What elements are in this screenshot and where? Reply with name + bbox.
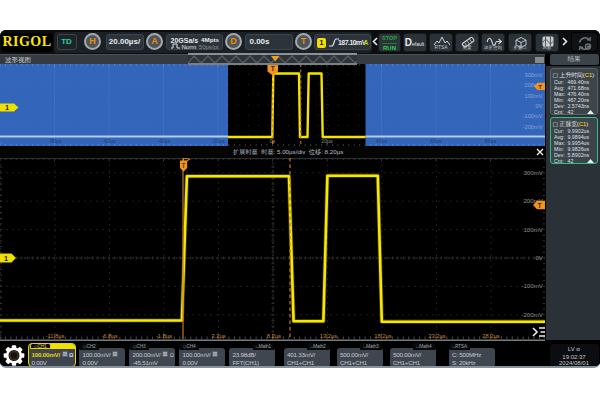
svg-text:20µs: 20µs — [321, 138, 333, 144]
svg-text:-40µs: -40µs — [157, 138, 170, 144]
svg-text:8.2µs: 8.2µs — [267, 333, 281, 339]
svg-text:-100mV: -100mV — [521, 282, 544, 289]
svg-text:0V: 0V — [535, 254, 543, 261]
svg-text:-80µs: -80µs — [48, 138, 61, 144]
svg-text:-200mV: -200mV — [523, 124, 543, 130]
svg-text:T: T — [538, 202, 542, 209]
svg-text:18.2µs: 18.2µs — [374, 333, 392, 339]
svg-text:3.2µs: 3.2µs — [211, 333, 225, 339]
svg-text:1: 1 — [4, 255, 8, 262]
svg-text:80µs: 80µs — [485, 138, 497, 144]
svg-text:1: 1 — [5, 104, 9, 111]
svg-text:300mV: 300mV — [523, 169, 543, 176]
svg-text:-1.8µs: -1.8µs — [156, 333, 172, 339]
svg-text:-11.8µs: -11.8µs — [45, 333, 64, 339]
svg-text:-100mV: -100mV — [523, 113, 543, 119]
svg-text:100mV: 100mV — [523, 226, 543, 233]
svg-text:0V: 0V — [536, 103, 543, 109]
svg-text:300mV: 300mV — [524, 72, 542, 78]
svg-text:T: T — [538, 84, 542, 90]
svg-text:-60µs: -60µs — [102, 138, 115, 144]
svg-text:T: T — [182, 162, 186, 169]
svg-text:100mV: 100mV — [524, 93, 542, 99]
svg-text:-6.8µs: -6.8µs — [101, 333, 117, 339]
svg-text:40µs: 40µs — [376, 138, 388, 144]
svg-text:13.2µs: 13.2µs — [320, 333, 338, 339]
svg-text:-20µs: -20µs — [211, 138, 224, 144]
svg-text:23.2µs: 23.2µs — [428, 333, 446, 339]
svg-text:T: T — [271, 65, 275, 72]
svg-text:28.2µs: 28.2µs — [482, 333, 500, 339]
svg-text:60µs: 60µs — [430, 138, 442, 144]
svg-text:-200mV: -200mV — [521, 311, 544, 318]
